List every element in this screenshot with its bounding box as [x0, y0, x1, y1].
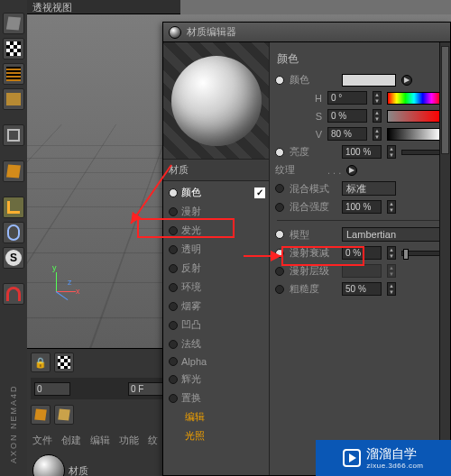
channel-bump[interactable]: 凹凸: [165, 316, 269, 334]
radio-on-icon[interactable]: [275, 148, 284, 157]
channel-normal[interactable]: 法线: [165, 334, 269, 353]
channel-label: 凹凸: [181, 318, 201, 332]
bottom-tab-tex[interactable]: 纹: [148, 434, 158, 447]
prop-falloff: 漫射衰减 0 % ▲▼: [275, 245, 450, 261]
channel-luminance[interactable]: 发光: [165, 221, 269, 240]
bottom-tabs: 文件 创建 编辑 功能 纹: [27, 428, 171, 453]
prop-s-spinner[interactable]: ▲▼: [373, 109, 382, 123]
check-icon: ✓: [254, 188, 265, 198]
radio-off-icon[interactable]: [275, 285, 284, 294]
bottom-tab-edit[interactable]: 编辑: [90, 434, 110, 447]
channel-displacement[interactable]: 置换: [165, 389, 269, 407]
bottom-cube2-button[interactable]: [54, 405, 74, 425]
tool-box-outline[interactable]: [3, 124, 24, 146]
material-slot[interactable]: 材质: [32, 454, 166, 476]
tool-magnet[interactable]: [3, 283, 24, 305]
prop-falloff-value[interactable]: 0 %: [342, 246, 382, 260]
radio-icon: [169, 207, 178, 216]
prop-blend-mode-dropdown[interactable]: 标准: [342, 181, 396, 196]
channel-environment[interactable]: 环境: [165, 278, 269, 297]
radio-icon: [169, 394, 178, 403]
prop-blend-strength-value[interactable]: 100 %: [342, 200, 382, 214]
material-preview[interactable]: [163, 42, 269, 160]
small-cube2-icon: [58, 409, 70, 421]
bottom-lock-button[interactable]: 🔒: [31, 352, 51, 372]
prop-s-value[interactable]: 0 %: [327, 109, 367, 123]
tool-s-sphere[interactable]: S: [3, 247, 24, 269]
tool-orange-cube[interactable]: [3, 160, 24, 182]
prop-roughness-spinner[interactable]: ▲▼: [387, 282, 396, 296]
prop-h-spinner[interactable]: ▲▼: [373, 91, 382, 105]
radio-on-icon[interactable]: [275, 249, 284, 258]
prop-blend-strength-spinner[interactable]: ▲▼: [387, 200, 396, 214]
tool-cube[interactable]: [3, 13, 24, 34]
material-editor-right: 颜色 颜色 ▶ H 0 ° ▲▼ S 0 % ▲▼ V 80 %: [270, 42, 450, 475]
radio-icon: [169, 321, 178, 330]
tool-checker[interactable]: [3, 38, 24, 60]
tool-axis-L[interactable]: [3, 197, 24, 218]
box-outline-icon: [7, 129, 20, 142]
prop-v-spinner[interactable]: ▲▼: [373, 127, 382, 141]
channel-alpha[interactable]: Alpha: [165, 353, 269, 370]
tool-mouse[interactable]: [3, 222, 24, 243]
bottom-tab-create[interactable]: 创建: [61, 434, 81, 447]
axis-x-line: [56, 291, 76, 292]
bottom-tab-file[interactable]: 文件: [32, 434, 52, 447]
val-bar[interactable]: [387, 128, 441, 141]
prop-brightness-slider[interactable]: [401, 150, 445, 155]
prop-brightness-value[interactable]: 100 %: [342, 145, 382, 159]
radio-icon: [169, 226, 178, 235]
prop-falloff-spinner[interactable]: ▲▼: [387, 246, 396, 260]
channel-illum[interactable]: 光照: [165, 426, 269, 445]
separator: [277, 220, 448, 221]
hue-bar[interactable]: [387, 92, 441, 105]
bottom-cube1-button[interactable]: [31, 405, 51, 425]
bottom-icon-row: 🔒: [27, 349, 171, 376]
channel-label: 置换: [181, 391, 201, 405]
lock-icon: 🔒: [34, 357, 47, 369]
channel-reflection[interactable]: 反射: [165, 259, 269, 278]
material-editor-titlebar[interactable]: 材质编辑器: [163, 23, 450, 42]
tool-striped[interactable]: [3, 63, 24, 85]
prop-falloff-slider[interactable]: [401, 251, 445, 256]
color-picker-button[interactable]: ▶: [401, 75, 412, 86]
channel-edit[interactable]: 编辑: [165, 407, 269, 426]
prop-model: 模型 Lambertian: [275, 226, 450, 243]
prop-model-dropdown[interactable]: Lambertian: [342, 227, 450, 242]
channel-glow[interactable]: 辉光: [165, 370, 269, 389]
channel-label: 辉光: [181, 372, 201, 386]
radio-on-icon[interactable]: [275, 230, 284, 239]
bottom-tab-func[interactable]: 功能: [119, 434, 139, 447]
right-scrollbar[interactable]: [439, 42, 450, 475]
bottom-grid-button[interactable]: [54, 352, 74, 372]
prop-v-label: V: [275, 129, 322, 140]
radio-off-icon[interactable]: [275, 267, 284, 276]
axis-y-label: y: [52, 263, 57, 272]
stripes-icon: [6, 67, 21, 81]
radio-icon: [169, 340, 178, 349]
channel-color[interactable]: 颜色 ✓: [165, 183, 269, 202]
watermark-main: 溜溜自学: [366, 446, 417, 461]
radio-on-icon[interactable]: [275, 76, 284, 85]
prop-roughness-value[interactable]: 50 %: [342, 282, 382, 296]
channel-diffuse[interactable]: 漫射: [165, 202, 269, 221]
prop-blend-mode: 混合模式 标准: [275, 180, 450, 197]
channel-transparency[interactable]: 透明: [165, 240, 269, 259]
frame-end-input[interactable]: [128, 382, 164, 396]
axis-z-label: z: [68, 278, 72, 287]
timeline[interactable]: [31, 378, 168, 399]
texture-picker-button[interactable]: ▶: [346, 165, 357, 176]
frame-start-input[interactable]: [34, 382, 70, 396]
radio-off-icon[interactable]: [275, 184, 284, 193]
channel-fog[interactable]: 烟雾: [165, 297, 269, 316]
tool-flat[interactable]: [3, 88, 24, 110]
radio-off-icon[interactable]: [275, 203, 284, 212]
prop-h-label: H: [275, 93, 322, 104]
color-swatch[interactable]: [342, 74, 396, 87]
sat-bar[interactable]: [387, 110, 441, 123]
prop-v-value[interactable]: 80 %: [327, 127, 367, 141]
scrollbar-thumb[interactable]: [441, 46, 449, 154]
prop-h-value[interactable]: 0 °: [327, 91, 367, 105]
bottom-icon-row-2: [27, 401, 171, 428]
prop-brightness-spinner[interactable]: ▲▼: [387, 145, 396, 159]
